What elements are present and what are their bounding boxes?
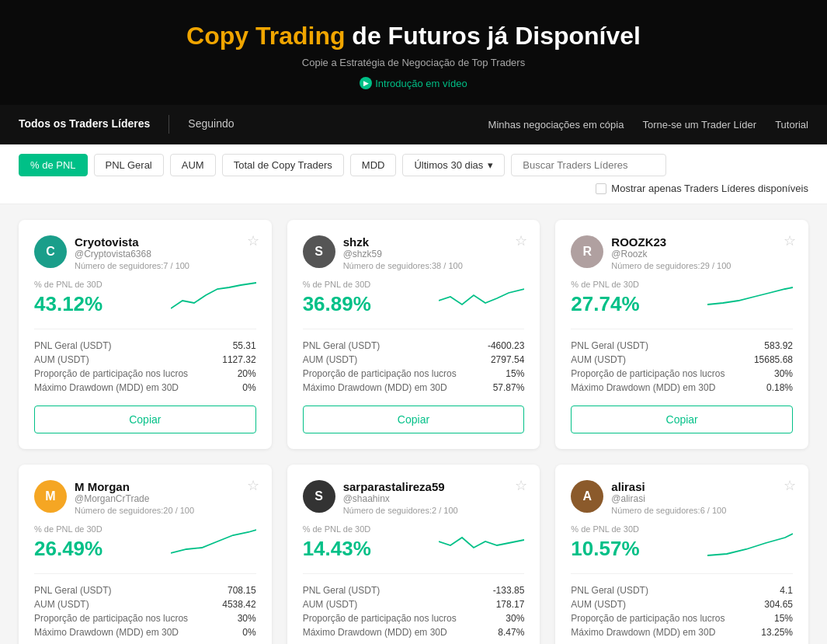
nav-tab-following[interactable]: Seguindo (188, 105, 234, 144)
stat-row: AUM (USDT) 4538.42 (34, 597, 256, 611)
filter-total-copy-traders[interactable]: Total de Copy Traders (222, 154, 344, 176)
chevron-down-icon: ▾ (488, 159, 493, 171)
stat-value: 13.25% (761, 627, 793, 638)
trader-name: sarparastalireza59 (343, 480, 525, 493)
stat-row: Proporção de participação nos lucros 15% (303, 367, 525, 381)
video-link[interactable]: ▶ Introdução em vídeo (360, 77, 467, 89)
stat-label: PNL Geral (USDT) (571, 340, 648, 351)
stat-row: PNL Geral (USDT) 583.92 (571, 339, 793, 353)
stat-row: AUM (USDT) 2797.54 (303, 353, 525, 367)
filter-aum[interactable]: AUM (170, 154, 216, 176)
stat-row: Máximo Drawdown (MDD) em 30D 0% (34, 381, 256, 395)
stat-label: Máximo Drawdown (MDD) em 30D (303, 627, 447, 638)
mini-chart (707, 281, 793, 316)
trader-followers: Número de seguidores:38 / 100 (343, 261, 525, 270)
filter-pnl-percent[interactable]: % de PNL (19, 154, 88, 176)
stat-value: 0% (242, 382, 255, 393)
nav-link-become-trader[interactable]: Torne-se um Trader Líder (642, 119, 756, 131)
stat-row: PNL Geral (USDT) 4.1 (571, 583, 793, 597)
stat-value: 178.17 (496, 599, 525, 610)
trader-card: S sarparastalireza59 @shaahinx Número de… (287, 465, 540, 644)
stat-row: PNL Geral (USDT) -133.85 (303, 583, 525, 597)
stat-label: Máximo Drawdown (MDD) em 30D (571, 382, 715, 393)
nav-bar: Todos os Traders Líderes Seguindo Minhas… (0, 105, 827, 144)
pnl-value: 10.57% (571, 537, 639, 561)
filter-right: Mostrar apenas Traders Líderes disponíve… (596, 183, 808, 194)
nav-right: Minhas negociações em cópia Torne-se um … (488, 119, 808, 131)
stat-label: PNL Geral (USDT) (34, 340, 112, 351)
star-button[interactable]: ☆ (784, 477, 796, 494)
stat-value: 55.31 (233, 340, 256, 351)
trader-followers: Número de seguidores:6 / 100 (611, 506, 793, 515)
mini-chart (707, 526, 793, 561)
stat-value: 20% (238, 368, 256, 379)
filter-bar: % de PNL PNL Geral AUM Total de Copy Tra… (0, 144, 827, 204)
stat-row: Máximo Drawdown (MDD) em 30D 8.47% (303, 625, 525, 639)
pnl-value: 26.49% (34, 537, 103, 561)
stat-row: Proporção de participação nos lucros 30% (34, 611, 256, 625)
filter-time-dropdown[interactable]: Últimos 30 dias ▾ (402, 154, 505, 176)
trader-name: alirasi (611, 480, 793, 493)
stat-value: 4.1 (780, 585, 793, 596)
nav-link-tutorial[interactable]: Tutorial (775, 119, 808, 131)
trader-followers: Número de seguidores:2 / 100 (343, 506, 525, 515)
pnl-block: % de PNL de 30D 26.49% (34, 524, 103, 561)
nav-link-my-trades[interactable]: Minhas negociações em cópia (488, 119, 624, 131)
avatar: C (34, 235, 67, 268)
card-stats: PNL Geral (USDT) -133.85 AUM (USDT) 178.… (303, 573, 525, 639)
card-stats: PNL Geral (USDT) 4.1 AUM (USDT) 304.65 P… (571, 573, 793, 639)
trader-username: @alirasi (611, 493, 793, 504)
copy-button[interactable]: Copiar (303, 406, 525, 433)
stat-label: Proporção de participação nos lucros (303, 368, 457, 379)
stat-value: 15% (506, 368, 524, 379)
card-header: M M Morgan @MorganCrTrade Número de segu… (34, 480, 256, 515)
stat-value: 57.87% (493, 382, 525, 393)
card-chart-row: % de PNL de 30D 10.57% (571, 524, 793, 561)
card-info: M Morgan @MorganCrTrade Número de seguid… (75, 480, 256, 515)
trader-name: M Morgan (75, 480, 256, 493)
star-button[interactable]: ☆ (784, 232, 796, 249)
star-button[interactable]: ☆ (247, 232, 259, 249)
filter-mdd[interactable]: MDD (350, 154, 397, 176)
stat-value: 30% (774, 368, 793, 379)
stat-label: Máximo Drawdown (MDD) em 30D (303, 382, 447, 393)
pnl-block: % de PNL de 30D 43.12% (34, 280, 103, 316)
stat-label: Proporção de participação nos lucros (571, 613, 724, 624)
stat-label: PNL Geral (USDT) (34, 585, 112, 596)
trader-card: R ROOZK23 @Roozk Número de seguidores:29… (555, 220, 808, 449)
stat-value: 583.92 (764, 340, 793, 351)
trader-card: M M Morgan @MorganCrTrade Número de segu… (19, 465, 272, 644)
nav-tab-all-traders[interactable]: Todos os Traders Líderes (19, 105, 150, 144)
nav-divider (169, 115, 169, 134)
filter-pnl-geral[interactable]: PNL Geral (94, 154, 164, 176)
card-chart-row: % de PNL de 30D 14.43% (303, 524, 525, 561)
stat-value: 1127.32 (222, 354, 255, 365)
card-chart-row: % de PNL de 30D 27.74% (571, 280, 793, 316)
mini-chart (439, 281, 524, 316)
stat-row: AUM (USDT) 1127.32 (34, 353, 256, 367)
pnl-label: % de PNL de 30D (303, 280, 371, 289)
card-chart-row: % de PNL de 30D 26.49% (34, 524, 256, 561)
stat-row: PNL Geral (USDT) 55.31 (34, 339, 256, 353)
card-info: Cryotovista @Cryptovista6368 Número de s… (75, 235, 256, 270)
stat-row: AUM (USDT) 178.17 (303, 597, 525, 611)
stat-row: AUM (USDT) 304.65 (571, 597, 793, 611)
stat-label: AUM (USDT) (34, 599, 89, 610)
mini-chart (439, 526, 524, 561)
star-button[interactable]: ☆ (247, 477, 259, 494)
available-only-checkbox[interactable] (596, 183, 606, 194)
star-button[interactable]: ☆ (515, 477, 527, 494)
avatar-placeholder: S (303, 235, 335, 268)
search-input[interactable] (511, 154, 666, 176)
card-stats: PNL Geral (USDT) 708.15 AUM (USDT) 4538.… (34, 573, 256, 639)
pnl-label: % de PNL de 30D (571, 280, 639, 289)
star-button[interactable]: ☆ (515, 232, 527, 249)
card-info: shzk @shzk59 Número de seguidores:38 / 1… (343, 235, 525, 270)
copy-button[interactable]: Copiar (34, 406, 256, 433)
available-only-checkbox-area[interactable]: Mostrar apenas Traders Líderes disponíve… (596, 183, 808, 194)
pnl-label: % de PNL de 30D (34, 524, 103, 534)
copy-button[interactable]: Copiar (571, 406, 793, 433)
card-header: A alirasi @alirasi Número de seguidores:… (571, 480, 793, 515)
stat-label: Máximo Drawdown (MDD) em 30D (34, 627, 179, 638)
card-header: R ROOZK23 @Roozk Número de seguidores:29… (571, 235, 793, 270)
